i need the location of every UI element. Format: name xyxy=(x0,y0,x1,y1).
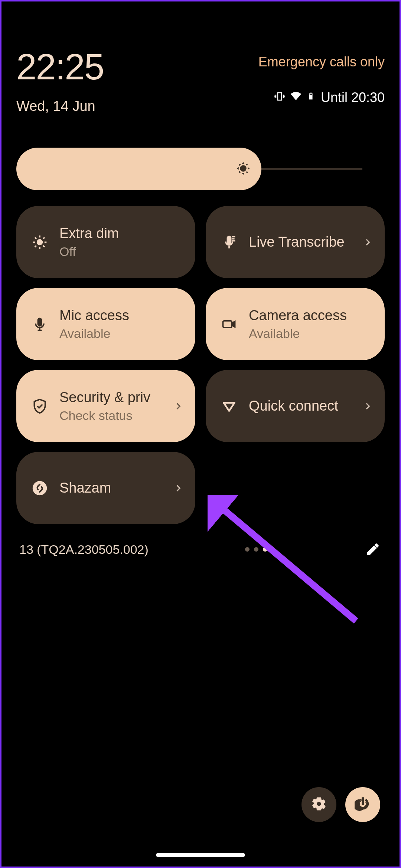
page-dot xyxy=(263,547,267,552)
power-icon xyxy=(355,796,371,813)
svg-line-6 xyxy=(35,237,36,239)
svg-line-9 xyxy=(43,237,45,239)
tile-title: Extra dim xyxy=(59,226,184,241)
svg-line-7 xyxy=(43,246,45,247)
transcribe-icon xyxy=(220,234,238,250)
tile-subtitle: Off xyxy=(59,244,184,259)
page-indicator[interactable] xyxy=(245,547,267,552)
tile-title: Shazam xyxy=(59,480,162,496)
chevron-right-icon xyxy=(362,237,374,247)
tile-subtitle: Available xyxy=(249,326,374,341)
power-button[interactable] xyxy=(345,787,380,822)
mic-icon xyxy=(30,316,49,332)
svg-line-8 xyxy=(35,246,36,247)
tile-title: Quick connect xyxy=(249,398,351,414)
vibrate-icon xyxy=(274,91,285,105)
tile-shazam[interactable]: Shazam xyxy=(16,452,195,524)
tile-camera-access[interactable]: Camera accessAvailable xyxy=(206,288,385,360)
tile-quick-connect[interactable]: Quick connect xyxy=(206,370,385,442)
gear-icon xyxy=(311,796,327,813)
build-number: 13 (TQ2A.230505.002) xyxy=(19,542,149,557)
network-status: Emergency calls only xyxy=(258,54,385,70)
edit-tiles-button[interactable] xyxy=(364,540,382,558)
tile-title: Camera access xyxy=(249,308,374,323)
clock-time: 22:25 xyxy=(16,46,104,88)
battery-icon xyxy=(307,90,315,105)
page-dot xyxy=(245,547,250,552)
tile-extra-dim[interactable]: Extra dimOff xyxy=(16,206,195,278)
status-bar-icons: Until 20:30 xyxy=(274,90,385,105)
wifi-icon xyxy=(290,90,302,105)
brightness-slider[interactable] xyxy=(16,148,385,190)
chevron-right-icon xyxy=(172,483,184,493)
camera-icon xyxy=(220,316,238,332)
brightness-icon xyxy=(235,161,251,178)
triangle-down-icon xyxy=(220,398,238,414)
qs-tiles-grid: Extra dimOffLive TranscribeMic accessAva… xyxy=(16,206,385,524)
tile-live-transcribe[interactable]: Live Transcribe xyxy=(206,206,385,278)
tile-mic-access[interactable]: Mic accessAvailable xyxy=(16,288,195,360)
battery-estimate: Until 20:30 xyxy=(321,90,385,105)
page-dot xyxy=(254,547,258,552)
tile-title: Mic access xyxy=(59,308,184,323)
chevron-right-icon xyxy=(172,401,184,411)
svg-point-11 xyxy=(33,481,47,495)
brightness-track xyxy=(258,168,362,170)
tile-subtitle: Check status xyxy=(59,408,162,423)
chevron-right-icon xyxy=(362,401,374,411)
qs-header: 22:25 Wed, 14 Jun Emergency calls only U… xyxy=(16,46,385,114)
gesture-nav-bar[interactable] xyxy=(156,853,245,857)
clock-date: Wed, 14 Jun xyxy=(16,98,104,114)
tile-title: Security & priv xyxy=(59,389,162,405)
svg-rect-10 xyxy=(223,320,232,327)
shazam-icon xyxy=(30,480,49,496)
tile-subtitle: Available xyxy=(59,326,184,341)
svg-point-1 xyxy=(37,239,43,245)
shield-check-icon xyxy=(30,398,49,414)
brightness-icon xyxy=(30,234,49,250)
tile-security[interactable]: Security & privCheck status xyxy=(16,370,195,442)
settings-button[interactable] xyxy=(301,787,336,822)
svg-rect-0 xyxy=(310,94,312,95)
tile-title: Live Transcribe xyxy=(249,234,351,250)
